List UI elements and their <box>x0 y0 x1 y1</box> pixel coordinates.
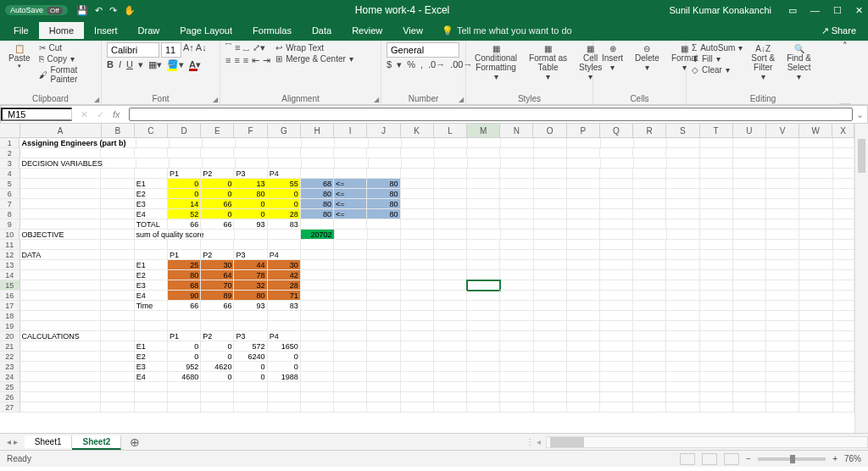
cell[interactable] <box>202 230 235 240</box>
cell[interactable] <box>301 402 334 413</box>
cell[interactable] <box>634 138 667 148</box>
cell[interactable] <box>567 240 600 250</box>
page-layout-view-icon[interactable] <box>702 453 717 465</box>
cell[interactable] <box>20 341 102 352</box>
clear-button[interactable]: ◇ Clear ▾ <box>692 64 743 75</box>
cell[interactable] <box>700 311 733 321</box>
cell[interactable] <box>833 341 854 352</box>
cell[interactable]: 83 <box>268 301 301 311</box>
cell[interactable]: 68 <box>301 179 334 189</box>
cell[interactable] <box>334 260 367 270</box>
cell[interactable] <box>501 158 534 169</box>
cell[interactable] <box>20 209 102 219</box>
cell[interactable] <box>700 372 733 382</box>
cell[interactable]: TOTAL <box>135 219 168 230</box>
cell[interactable] <box>633 240 666 250</box>
increase-font-icon[interactable]: A↑ <box>183 42 194 58</box>
cell[interactable] <box>733 148 766 158</box>
row-header[interactable]: 26 <box>0 392 20 402</box>
cell[interactable] <box>600 341 633 352</box>
cell[interactable]: E2 <box>135 270 168 280</box>
border-icon[interactable]: ▦▾ <box>148 59 162 70</box>
cell[interactable] <box>201 382 234 392</box>
cell[interactable] <box>666 301 699 311</box>
cell[interactable] <box>666 240 699 250</box>
cell[interactable]: <= <box>334 189 367 199</box>
cell[interactable] <box>101 372 134 382</box>
cell[interactable] <box>534 179 567 189</box>
cell[interactable]: 71 <box>268 291 301 301</box>
cell[interactable] <box>301 148 334 158</box>
cell[interactable] <box>799 280 832 291</box>
cell[interactable] <box>633 352 666 362</box>
cell[interactable]: 28 <box>268 209 301 219</box>
cell[interactable]: 0 <box>168 189 201 199</box>
cell[interactable] <box>201 240 234 250</box>
cell[interactable] <box>234 148 267 158</box>
cell[interactable] <box>301 280 334 291</box>
cell[interactable] <box>766 311 799 321</box>
cell[interactable]: OBJECTIVE <box>19 230 101 240</box>
cell[interactable] <box>268 240 301 250</box>
cell[interactable] <box>833 179 854 189</box>
cell[interactable] <box>169 230 202 240</box>
cell[interactable] <box>700 179 733 189</box>
row-header[interactable]: 19 <box>0 321 20 331</box>
cell[interactable]: 44 <box>234 260 267 270</box>
cell[interactable]: P3 <box>234 169 267 179</box>
cell[interactable] <box>168 392 201 402</box>
cell[interactable]: 80 <box>367 199 400 209</box>
cell[interactable] <box>301 352 334 362</box>
cell[interactable] <box>799 250 832 260</box>
cell[interactable] <box>799 372 832 382</box>
cell[interactable] <box>733 402 766 413</box>
cell[interactable] <box>500 189 533 199</box>
col-header[interactable]: D <box>168 124 201 137</box>
col-header[interactable]: I <box>334 124 367 137</box>
cell[interactable] <box>201 148 234 158</box>
cell[interactable]: 89 <box>201 291 234 301</box>
cell[interactable] <box>301 331 334 341</box>
row-header[interactable]: 13 <box>0 260 20 270</box>
cell[interactable] <box>633 382 666 392</box>
cell[interactable] <box>600 189 633 199</box>
row-header[interactable]: 6 <box>0 189 20 199</box>
cell[interactable] <box>401 352 434 362</box>
cell[interactable] <box>468 158 501 169</box>
cell[interactable] <box>700 280 733 291</box>
cell[interactable]: 83 <box>268 219 301 230</box>
cell[interactable] <box>534 189 567 199</box>
cell[interactable] <box>833 402 854 413</box>
cell[interactable] <box>467 382 500 392</box>
cell[interactable] <box>567 219 600 230</box>
cell[interactable] <box>833 331 854 341</box>
tab-view[interactable]: View <box>392 22 433 39</box>
cell[interactable] <box>534 260 567 270</box>
cell[interactable] <box>20 321 102 331</box>
cell[interactable] <box>334 240 367 250</box>
cell[interactable] <box>401 362 434 372</box>
cell[interactable] <box>434 341 467 352</box>
horizontal-scrollbar[interactable] <box>546 436 868 448</box>
cell[interactable] <box>434 321 467 331</box>
cell[interactable] <box>799 402 832 413</box>
cell[interactable]: 4680 <box>168 372 201 382</box>
cell[interactable] <box>567 138 600 148</box>
cell[interactable] <box>101 301 134 311</box>
cell[interactable] <box>500 240 533 250</box>
cell[interactable] <box>201 321 234 331</box>
cell[interactable] <box>700 148 733 158</box>
cell[interactable] <box>534 199 567 209</box>
cell[interactable] <box>799 270 832 280</box>
cell[interactable] <box>733 179 766 189</box>
cell[interactable] <box>20 189 102 199</box>
cell[interactable]: 78 <box>234 270 267 280</box>
cell[interactable] <box>401 341 434 352</box>
cell[interactable] <box>633 372 666 382</box>
cell[interactable]: 0 <box>268 199 301 209</box>
align-bot-icon[interactable]: ⎵ <box>243 42 249 53</box>
cell[interactable] <box>103 158 136 169</box>
cell[interactable] <box>101 250 134 260</box>
cell[interactable] <box>833 352 854 362</box>
cell[interactable]: 90 <box>168 291 201 301</box>
